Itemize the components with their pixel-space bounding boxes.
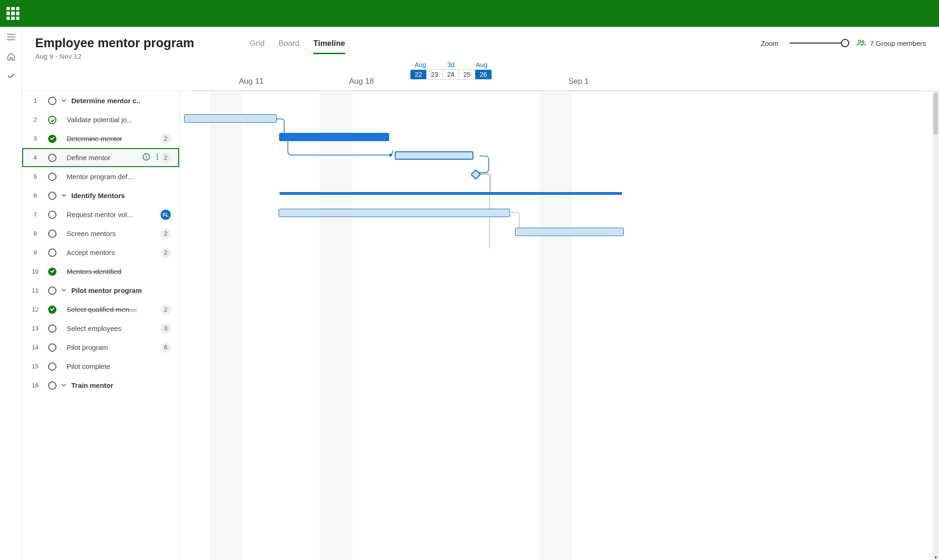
top-bar [0, 0, 939, 27]
app-launcher-icon[interactable] [6, 7, 19, 20]
